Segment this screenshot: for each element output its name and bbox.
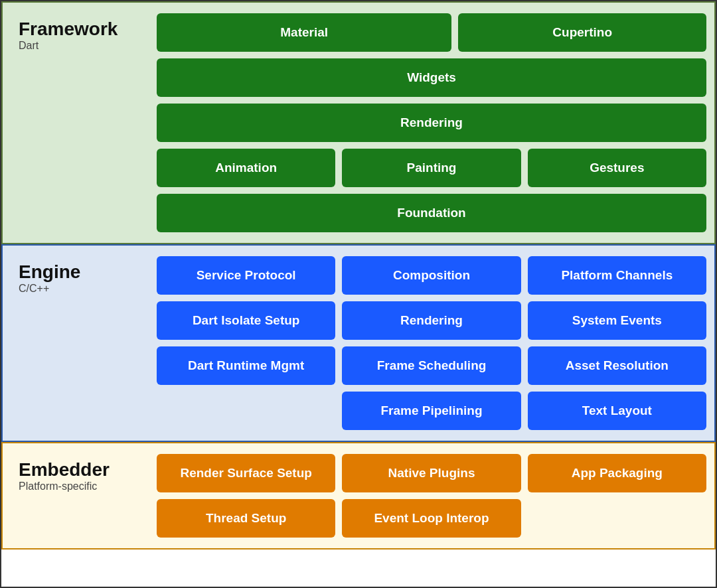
- embedder-row-2: Thread Setup Event Loop Interop: [157, 499, 706, 538]
- engine-content: Service Protocol Composition Platform Ch…: [157, 256, 706, 430]
- cell-cupertino: Cupertino: [458, 13, 706, 52]
- cell-platform-channels: Platform Channels: [528, 256, 706, 295]
- cell-native-plugins: Native Plugins: [342, 454, 520, 492]
- embedder-label: Embedder Platform-specific: [11, 454, 157, 538]
- framework-row-2: Widgets: [157, 58, 706, 97]
- framework-section: Framework Dart Material Cupertino Widget…: [1, 1, 716, 244]
- cell-asset-resolution: Asset Resolution: [528, 346, 706, 385]
- cell-render-surface-setup: Render Surface Setup: [157, 454, 335, 492]
- cell-text-layout: Text Layout: [528, 392, 706, 430]
- cell-dart-runtime-mgmt: Dart Runtime Mgmt: [157, 346, 335, 385]
- embedder-title: Embedder: [19, 459, 149, 480]
- framework-subtitle: Dart: [19, 40, 149, 52]
- cell-frame-pipelining: Frame Pipelining: [342, 392, 520, 430]
- cell-frame-scheduling: Frame Scheduling: [342, 346, 520, 385]
- engine-row-1: Service Protocol Composition Platform Ch…: [157, 256, 706, 295]
- framework-title: Framework: [19, 19, 149, 40]
- cell-empty-2: [528, 499, 706, 538]
- cell-composition: Composition: [342, 256, 520, 295]
- embedder-content: Render Surface Setup Native Plugins App …: [157, 454, 706, 538]
- embedder-row-1: Render Surface Setup Native Plugins App …: [157, 454, 706, 492]
- app-container: Framework Dart Material Cupertino Widget…: [0, 0, 717, 588]
- engine-label: Engine C/C++: [11, 256, 157, 430]
- framework-row-3: Rendering: [157, 104, 706, 142]
- cell-rendering-eng: Rendering: [342, 301, 520, 340]
- cell-app-packaging: App Packaging: [528, 454, 706, 492]
- framework-content: Material Cupertino Widgets Rendering: [157, 13, 706, 232]
- cell-dart-isolate-setup: Dart Isolate Setup: [157, 301, 335, 340]
- cell-gestures: Gestures: [528, 149, 706, 187]
- framework-row-1: Material Cupertino: [157, 13, 706, 52]
- engine-title: Engine: [19, 261, 149, 283]
- cell-event-loop-interop: Event Loop Interop: [342, 499, 520, 538]
- embedder-section: Embedder Platform-specific Render Surfac…: [1, 442, 716, 550]
- cell-service-protocol: Service Protocol: [157, 256, 335, 295]
- cell-animation: Animation: [157, 149, 335, 187]
- framework-label: Framework Dart: [11, 13, 157, 232]
- cell-thread-setup: Thread Setup: [157, 499, 335, 538]
- cell-system-events: System Events: [528, 301, 706, 340]
- cell-empty-1: [157, 392, 335, 430]
- framework-row-4: Animation Painting Gestures: [157, 149, 706, 187]
- engine-section: Engine C/C++ Service Protocol Compositio…: [1, 244, 716, 442]
- engine-row-2: Dart Isolate Setup Rendering System Even…: [157, 301, 706, 340]
- framework-row-5: Foundation: [157, 194, 706, 232]
- engine-row-3: Dart Runtime Mgmt Frame Scheduling Asset…: [157, 346, 706, 385]
- engine-subtitle: C/C++: [19, 283, 149, 295]
- cell-rendering-fw: Rendering: [157, 104, 706, 142]
- engine-row-4: Frame Pipelining Text Layout: [157, 392, 706, 430]
- cell-painting: Painting: [342, 149, 520, 187]
- cell-foundation: Foundation: [157, 194, 706, 232]
- cell-material: Material: [157, 13, 451, 52]
- embedder-subtitle: Platform-specific: [19, 480, 149, 492]
- cell-widgets: Widgets: [157, 58, 706, 97]
